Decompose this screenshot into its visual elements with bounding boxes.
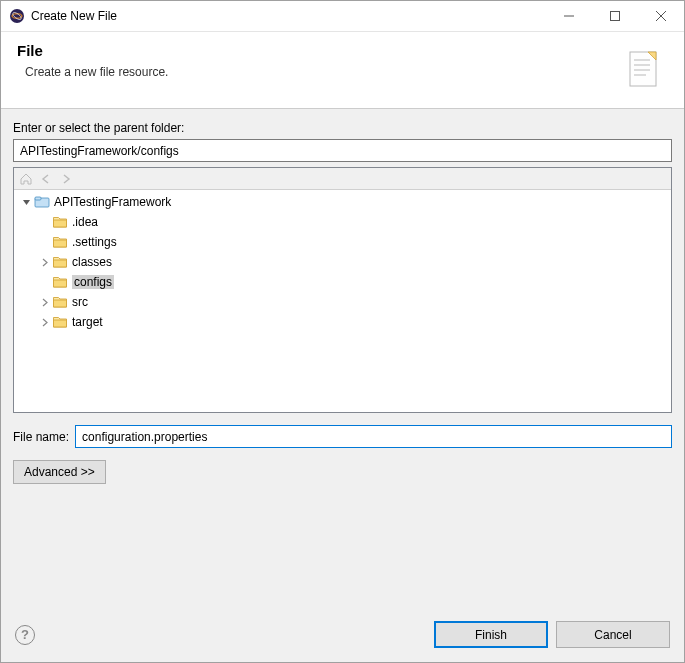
tree-item[interactable]: src (14, 292, 671, 312)
tree-label: .settings (72, 235, 117, 249)
maximize-button[interactable] (592, 1, 638, 31)
svg-rect-14 (35, 197, 41, 200)
minimize-button[interactable] (546, 1, 592, 31)
advanced-button[interactable]: Advanced >> (13, 460, 106, 484)
back-icon[interactable] (38, 171, 54, 187)
close-button[interactable] (638, 1, 684, 31)
tree-label: target (72, 315, 103, 329)
project-icon (34, 194, 50, 210)
window-title: Create New File (31, 9, 546, 23)
cancel-button[interactable]: Cancel (556, 621, 670, 648)
parent-folder-label: Enter or select the parent folder: (13, 121, 672, 135)
tree-label: src (72, 295, 88, 309)
parent-folder-input[interactable] (13, 139, 672, 162)
titlebar: Create New File (1, 1, 684, 32)
filename-label: File name: (13, 430, 69, 444)
tree-item[interactable]: .idea (14, 212, 671, 232)
page-title: File (17, 42, 620, 59)
folder-tree-container: APITestingFramework .idea .settings clas… (13, 167, 672, 413)
tree-toolbar (14, 168, 671, 190)
chevron-right-icon[interactable] (36, 254, 52, 270)
tree-label: APITestingFramework (54, 195, 171, 209)
window-controls (546, 1, 684, 31)
chevron-right-icon[interactable] (36, 314, 52, 330)
eclipse-icon (9, 8, 25, 24)
wizard-body: Enter or select the parent folder: (1, 109, 684, 611)
folder-icon (52, 274, 68, 290)
tree-item-root[interactable]: APITestingFramework (14, 192, 671, 212)
tree-label: .idea (72, 215, 98, 229)
tree-label: configs (74, 275, 112, 289)
chevron-right-icon[interactable] (36, 294, 52, 310)
filename-input[interactable] (75, 425, 672, 448)
tree-item[interactable]: classes (14, 252, 671, 272)
folder-icon (52, 314, 68, 330)
svg-rect-4 (611, 12, 620, 21)
chevron-down-icon[interactable] (18, 194, 34, 210)
tree-label: classes (72, 255, 112, 269)
home-icon[interactable] (18, 171, 34, 187)
dialog-window: Create New File File Create a new file r… (0, 0, 685, 663)
svg-rect-7 (630, 52, 656, 86)
folder-icon (52, 294, 68, 310)
folder-tree[interactable]: APITestingFramework .idea .settings clas… (14, 190, 671, 412)
folder-icon (52, 214, 68, 230)
help-icon[interactable]: ? (15, 625, 35, 645)
page-description: Create a new file resource. (25, 65, 620, 79)
new-file-wizard-icon (620, 46, 668, 94)
folder-icon (52, 234, 68, 250)
folder-icon (52, 254, 68, 270)
dialog-footer: ? Finish Cancel (1, 611, 684, 662)
tree-item[interactable]: .settings (14, 232, 671, 252)
wizard-header: File Create a new file resource. (1, 32, 684, 109)
finish-button[interactable]: Finish (434, 621, 548, 648)
tree-item[interactable]: configs (14, 272, 671, 292)
forward-icon[interactable] (58, 171, 74, 187)
tree-item[interactable]: target (14, 312, 671, 332)
